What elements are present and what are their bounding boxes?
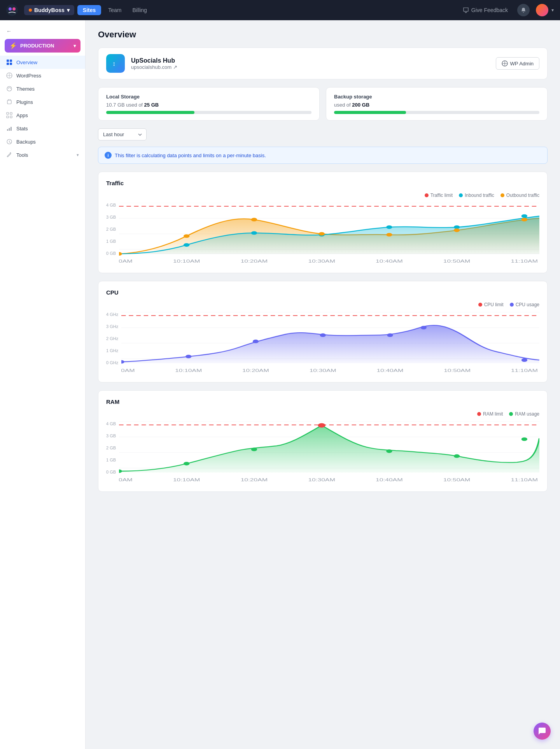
chat-button[interactable]: [534, 723, 551, 740]
wp-admin-label: WP Admin: [510, 61, 534, 67]
top-nav: BuddyBoss ▾ Sites Team Billing Give Feed…: [0, 0, 560, 20]
svg-point-57: [522, 358, 527, 362]
buddyboss-logo-icon: [6, 4, 18, 16]
ram-chart-area: 10:00AM 10:10AM 10:20AM 10:30AM 10:40AM …: [119, 421, 539, 484]
svg-text:10:30AM: 10:30AM: [310, 368, 336, 373]
user-avatar[interactable]: [536, 4, 548, 16]
ram-y-axis: 4 GB 3 GB 2 GB 1 GB 0 GB: [106, 421, 119, 484]
cpu-chart-legend: CPU limit CPU usage: [106, 302, 539, 307]
y-1gb: 1 GB: [106, 239, 116, 244]
sidebar-item-overview[interactable]: Overview: [0, 56, 85, 69]
wp-admin-button[interactable]: WP Admin: [496, 57, 539, 70]
y-4gb: 4 GB: [106, 203, 116, 207]
sidebar-env-button[interactable]: ⚡ PRODUCTION ▾: [5, 39, 80, 53]
sidebar-item-backups[interactable]: Backups: [0, 135, 85, 148]
ram-chart-title: RAM: [106, 398, 539, 405]
sidebar-themes-label: Themes: [16, 86, 35, 92]
svg-point-32: [119, 252, 122, 256]
cpu-usage-legend: CPU usage: [510, 302, 539, 307]
svg-text:10:10AM: 10:10AM: [173, 259, 200, 264]
nav-feedback-button[interactable]: Give Feedback: [463, 7, 508, 13]
local-storage-bar: [106, 111, 312, 114]
tools-chevron: ▾: [77, 153, 79, 158]
cpu-chart-card: CPU CPU limit CPU usage 4 GHz 3 GHz 2 GH…: [98, 281, 548, 382]
notification-bell[interactable]: [517, 4, 530, 16]
inbound-legend: Inbound traffic: [459, 193, 494, 198]
backup-storage-card: Backup storage used of 200 GB: [326, 87, 548, 121]
avatar-chevron[interactable]: ▾: [551, 7, 554, 13]
site-icon: ↕: [106, 54, 125, 73]
svg-point-35: [319, 232, 325, 235]
ram-usage-label: RAM usage: [515, 411, 539, 417]
nav-brand-button[interactable]: BuddyBoss ▾: [24, 5, 74, 15]
cpu-y-axis: 4 GHz 3 GHz 2 GHz 1 GHz 0 GHz: [106, 312, 121, 374]
svg-text:10:50AM: 10:50AM: [444, 368, 471, 373]
site-name: UpSocials Hub: [131, 57, 490, 64]
svg-point-2: [12, 7, 16, 11]
brand-dot: [29, 9, 32, 12]
backup-storage-value: used of 200 GB: [334, 102, 539, 108]
svg-rect-17: [109, 57, 122, 70]
svg-text:10:30AM: 10:30AM: [308, 259, 335, 264]
svg-text:11:10AM: 11:10AM: [511, 259, 538, 264]
env-chevron: ▾: [74, 43, 76, 49]
sidebar-backups-label: Backups: [16, 139, 36, 145]
cpu-y-2ghz: 2 GHz: [106, 336, 118, 341]
svg-point-37: [454, 228, 460, 232]
nav-team-label: Team: [108, 7, 121, 13]
sidebar-tools-label: Tools: [16, 152, 28, 158]
wordpress-icon: [6, 72, 12, 79]
svg-point-34: [251, 218, 257, 221]
traffic-limit-legend: Traffic limit: [425, 193, 453, 198]
backups-icon: [6, 139, 12, 145]
ram-limit-dot: [477, 412, 481, 416]
svg-text:10:30AM: 10:30AM: [308, 478, 335, 482]
svg-point-31: [522, 214, 527, 218]
svg-rect-4: [10, 60, 12, 62]
svg-point-1: [9, 7, 12, 11]
nav-team-link[interactable]: Team: [104, 5, 125, 15]
cpu-limit-legend: CPU limit: [478, 302, 504, 307]
ram-limit-legend: RAM limit: [477, 411, 503, 417]
site-url: upsocialshub.com ↗: [131, 64, 490, 70]
sidebar-overview-label: Overview: [16, 60, 37, 65]
cpu-limit-dot: [478, 303, 482, 307]
inbound-dot: [459, 193, 463, 197]
svg-point-52: [186, 355, 191, 358]
ram-y-1gb: 1 GB: [106, 458, 116, 462]
sidebar-item-themes[interactable]: Themes: [0, 82, 85, 95]
time-filter-select[interactable]: Last hour Last 24 hours Last 7 days Last…: [98, 128, 147, 140]
ram-y-2gb: 2 GB: [106, 446, 116, 450]
svg-point-55: [387, 333, 393, 337]
external-link-icon: ↗: [173, 64, 177, 70]
traffic-chart-title: Traffic: [106, 180, 539, 186]
sidebar-item-stats[interactable]: Stats: [0, 122, 85, 135]
svg-point-75: [454, 454, 460, 458]
main-content: Overview ↕ UpSocials Hub: [86, 20, 560, 749]
ram-chart-wrapper: 4 GB 3 GB 2 GB 1 GB 0 GB: [106, 421, 539, 484]
local-storage-title: Local Storage: [106, 94, 312, 100]
nav-sites-button[interactable]: Sites: [77, 5, 101, 15]
nav-billing-link[interactable]: Billing: [129, 5, 151, 15]
local-storage-fill: [106, 111, 194, 114]
backup-storage-fill: [334, 111, 406, 114]
sidebar-item-tools[interactable]: Tools ▾: [0, 148, 85, 161]
svg-point-54: [320, 333, 326, 337]
svg-point-8: [7, 86, 12, 91]
traffic-chart-wrapper: 4 GB 3 GB 2 GB 1 GB 0 GB: [106, 203, 539, 265]
nav-sites-label: Sites: [83, 7, 96, 13]
info-banner-text: This filter is calculating data points a…: [115, 153, 266, 158]
traffic-limit-label: Traffic limit: [430, 193, 453, 198]
svg-point-29: [386, 225, 392, 229]
y-0gb: 0 GB: [106, 251, 116, 256]
svg-point-72: [251, 447, 257, 451]
site-logo-icon: ↕: [109, 57, 122, 70]
nav-billing-label: Billing: [133, 7, 147, 13]
tools-icon: [6, 152, 12, 158]
sidebar-back-button[interactable]: ←: [0, 26, 85, 39]
sidebar-item-plugins[interactable]: Plugins: [0, 95, 85, 109]
traffic-chart-svg: 10:00AM 10:10AM 10:20AM 10:30AM 10:40AM …: [119, 203, 539, 265]
svg-text:10:10AM: 10:10AM: [173, 478, 200, 482]
sidebar-item-apps[interactable]: Apps: [0, 109, 85, 122]
sidebar-item-wordpress[interactable]: WordPress: [0, 69, 85, 82]
